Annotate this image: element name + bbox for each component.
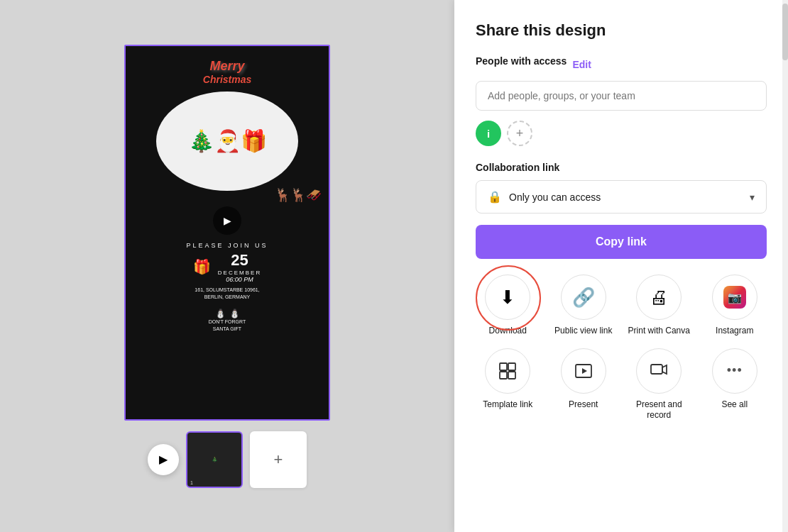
design-preview: Merry Christmas 🎄🎅🎁 🦌🦌🛷 ▶ PLEASE JOIN US… xyxy=(124,45,330,421)
present-and-record-label: Present and record xyxy=(627,399,691,421)
play-icon: ▶ xyxy=(159,453,168,466)
present-and-record-icon xyxy=(636,348,682,394)
share-panel: Share this design People with access Edi… xyxy=(454,0,788,532)
svg-rect-1 xyxy=(508,363,515,370)
access-dropdown[interactable]: 🔒 Only you can access ▾ xyxy=(476,180,767,214)
copy-link-button[interactable]: Copy link xyxy=(476,225,767,259)
share-option-print-with-canva[interactable]: 🖨 Print with Canva xyxy=(627,275,691,337)
present-icon xyxy=(561,348,606,394)
template-link-icon xyxy=(485,348,530,394)
svg-rect-0 xyxy=(500,363,507,370)
panel-title: Share this design xyxy=(476,21,767,40)
present-label: Present xyxy=(569,399,598,411)
template-link-label: Template link xyxy=(483,399,532,411)
video-play-button[interactable]: ▶ xyxy=(213,206,241,235)
dont-forget-text: DON'T FORGRTSANTA GIFT xyxy=(209,318,246,333)
scrollbar[interactable] xyxy=(782,0,788,532)
share-option-present[interactable]: Present xyxy=(552,348,616,421)
share-option-public-view-link[interactable]: 🔗 Public view link xyxy=(552,275,616,337)
share-options-row1: ⬇ Download 🔗 Public view link 🖨 Print wi… xyxy=(476,275,767,337)
share-option-see-all[interactable]: ••• See all xyxy=(703,348,767,421)
add-people-input[interactable] xyxy=(476,81,767,111)
download-icon-wrap: ⬇ xyxy=(485,275,530,320)
event-address: 161, SOLUMSTARBE 10961,BERLIN, GERMANY xyxy=(195,287,259,301)
share-options-row2: Template link Present Present and record xyxy=(476,348,767,421)
add-page-button[interactable]: + xyxy=(250,431,307,488)
edit-link[interactable]: Edit xyxy=(572,59,591,70)
access-text: Only you can access xyxy=(509,192,601,203)
svg-rect-3 xyxy=(508,372,515,379)
see-all-label: See all xyxy=(721,399,748,411)
avatar-row: i + xyxy=(476,121,767,146)
svg-rect-6 xyxy=(651,365,662,374)
download-label: Download xyxy=(489,326,527,337)
svg-marker-5 xyxy=(582,368,587,374)
share-option-instagram[interactable]: 📷 Instagram xyxy=(703,275,767,337)
scrollbar-thumb[interactable] xyxy=(782,4,788,60)
download-icon: ⬇ xyxy=(500,287,515,309)
instagram-icon-wrap: 📷 xyxy=(712,275,757,320)
public-view-link-icon: 🔗 xyxy=(561,275,606,320)
instagram-icon: 📷 xyxy=(723,286,746,309)
see-all-icon: ••• xyxy=(712,348,757,394)
share-option-template-link[interactable]: Template link xyxy=(476,348,540,421)
people-section-label: People with access xyxy=(476,55,567,67)
collab-section-label: Collaboration link xyxy=(476,162,767,173)
chevron-down-icon: ▾ xyxy=(750,192,755,203)
canvas-area: Merry Christmas 🎄🎅🎁 🦌🦌🛷 ▶ PLEASE JOIN US… xyxy=(0,0,454,532)
instagram-label: Instagram xyxy=(716,326,753,337)
add-avatar-button[interactable]: + xyxy=(507,121,532,146)
lock-icon: 🔒 xyxy=(488,190,502,204)
page-thumbnail[interactable]: 🎄 1 xyxy=(186,431,243,488)
avatar: i xyxy=(476,121,501,146)
print-with-canva-icon: 🖨 xyxy=(636,275,682,320)
share-option-download[interactable]: ⬇ Download xyxy=(476,275,540,337)
print-with-canva-label: Print with Canva xyxy=(628,326,690,337)
event-title: PLEASE JOIN US xyxy=(186,242,268,249)
page-number: 1 xyxy=(190,480,193,485)
share-option-present-and-record[interactable]: Present and record xyxy=(627,348,691,421)
public-view-link-label: Public view link xyxy=(554,326,612,337)
play-button[interactable]: ▶ xyxy=(148,444,179,475)
svg-marker-7 xyxy=(662,365,667,374)
svg-rect-2 xyxy=(500,372,507,379)
